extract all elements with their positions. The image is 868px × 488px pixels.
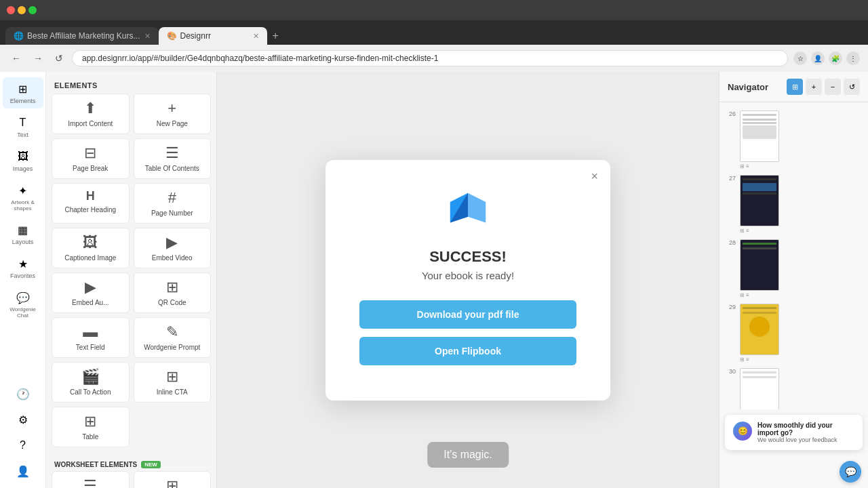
element-page-break[interactable]: ⊟ Page Break — [52, 138, 130, 179]
sidebar-item-user[interactable]: 👤 — [3, 460, 43, 483]
table-label: Table — [82, 433, 98, 441]
extension-icon[interactable]: 🧩 — [829, 52, 842, 65]
text-field-icon: ▬ — [83, 323, 98, 341]
favorites-label: Favorites — [10, 272, 35, 279]
wordgenie-icon: 💬 — [16, 290, 31, 305]
page-actions-27: ⊞ ≡ — [740, 228, 779, 234]
chat-button[interactable]: 💬 — [840, 461, 861, 483]
tab-affiliate[interactable]: 🌐 Beste Affiliate Marketing Kurs... ✕ — [5, 27, 159, 45]
import-content-label: Import Content — [68, 120, 113, 128]
back-button[interactable]: ← — [8, 52, 24, 65]
chapter-label: Chapter Heading — [64, 206, 116, 214]
new-tab-button[interactable]: + — [267, 27, 284, 45]
book-icon — [444, 187, 492, 235]
sidebar-item-elements[interactable]: ⊞ Elements — [3, 77, 43, 108]
page-actions-26: ⊞ ≡ — [740, 163, 779, 169]
page-num-30: 30 — [725, 368, 736, 375]
layouts-label: Layouts — [12, 239, 34, 245]
element-new-page[interactable]: + New Page — [134, 94, 212, 134]
main-layout: ⊞ Elements T Text 🖼 Images ✦ Artwork & s… — [0, 72, 868, 488]
modal-close-button[interactable]: × — [591, 169, 598, 184]
zoom-in-button[interactable]: + — [806, 79, 822, 95]
tab-label-designrr: Designrr — [180, 31, 211, 41]
artwork-label: Artwork & shapes — [5, 199, 41, 211]
sidebar-item-layouts[interactable]: ▦ Layouts — [3, 218, 43, 249]
zoom-reset-button[interactable]: ↺ — [844, 79, 860, 95]
element-qr-code[interactable]: ⊞ QR Code — [134, 272, 212, 313]
maximize-window-button[interactable] — [28, 6, 37, 14]
close-tab-affiliate[interactable]: ✕ — [144, 32, 151, 41]
worksheet-elements-grid: ☰ List ⊞ New Table ☰ Items — [52, 471, 211, 488]
notif-avatar: 😊 — [733, 422, 752, 441]
navigator-header: Navigator ⊞ + − ↺ — [719, 72, 868, 102]
page-thumb-28[interactable]: 28 ⊞ ≡ — [725, 237, 863, 301]
sidebar-item-settings[interactable]: ⚙ — [3, 408, 43, 431]
element-table[interactable]: ⊞ Table — [52, 407, 130, 447]
new-page-icon: + — [167, 100, 176, 117]
element-table-of-contents[interactable]: ☰ Table Of Contents — [134, 138, 212, 179]
page-thumb-27[interactable]: 27 ⊞ ≡ — [725, 172, 863, 237]
embed-video-icon: ▶ — [166, 234, 178, 251]
layouts-icon: ▦ — [16, 222, 31, 237]
notif-content: How smoothly did your import go? We woul… — [757, 422, 854, 443]
page-thumb-30[interactable]: 30 ⊞ ≡ — [725, 365, 863, 409]
url-input[interactable] — [72, 50, 788, 66]
close-window-button[interactable] — [7, 6, 15, 14]
page-thumb-29[interactable]: 29 ⊞ ≡ — [725, 301, 863, 365]
close-tab-designrr[interactable]: ✕ — [253, 32, 259, 41]
tab-bar: 🌐 Beste Affiliate Marketing Kurs... ✕ 🎨 … — [0, 20, 868, 45]
sidebar-item-favorites[interactable]: ★ Favorites — [3, 252, 43, 283]
left-sidebar: ⊞ Elements T Text 🖼 Images ✦ Artwork & s… — [0, 72, 217, 488]
element-inline-cta[interactable]: ⊞ Inline CTA — [134, 362, 212, 403]
wordgenie-prompt-icon: ✎ — [166, 323, 178, 341]
panel-title: ELEMENTS — [52, 77, 211, 94]
tab-designrr[interactable]: 🎨 Designrr ✕ — [159, 27, 267, 45]
tab-favicon-affiliate: 🌐 — [14, 31, 23, 41]
sidebar-item-artwork[interactable]: ✦ Artwork & shapes — [3, 179, 43, 216]
notif-subtitle: We would love your feedback — [757, 436, 854, 443]
new-page-label: New Page — [157, 120, 188, 128]
notif-title: How smoothly did your import go? — [757, 422, 854, 436]
refresh-button[interactable]: ↺ — [52, 52, 66, 65]
new-badge: NEW — [141, 461, 161, 468]
qr-code-label: QR Code — [158, 299, 186, 307]
ws-list-icon: ☰ — [83, 477, 97, 488]
element-embed-video[interactable]: ▶ Embed Video — [134, 228, 212, 268]
element-import-content[interactable]: ⬆ Import Content — [52, 94, 130, 134]
sidebar-item-help[interactable]: ? — [3, 434, 43, 457]
elements-label: Elements — [10, 98, 36, 104]
images-label: Images — [13, 165, 33, 172]
profile-icon[interactable]: 👤 — [811, 52, 825, 65]
zoom-fit-button[interactable]: ⊞ — [787, 79, 803, 95]
open-flipbook-button[interactable]: Open Flipbook — [359, 337, 576, 365]
page-number-icon: # — [168, 189, 176, 207]
embed-video-label: Embed Video — [152, 254, 193, 262]
element-text-field[interactable]: ▬ Text Field — [52, 317, 130, 358]
settings-icon: ⚙ — [16, 412, 31, 427]
element-wordgenie-prompt[interactable]: ✎ Wordgenie Prompt — [134, 317, 212, 358]
element-embed-audio[interactable]: ▶ Embed Au... — [52, 272, 130, 313]
download-pdf-button[interactable]: Download your pdf file — [359, 300, 576, 329]
element-page-number[interactable]: # Page Number — [134, 183, 212, 224]
zoom-out-button[interactable]: − — [825, 79, 841, 95]
menu-icon[interactable]: ⋮ — [846, 52, 860, 65]
sidebar-item-images[interactable]: 🖼 Images — [3, 145, 43, 176]
worksheet-table[interactable]: ⊞ New Table — [134, 471, 212, 488]
qr-code-icon: ⊞ — [166, 279, 178, 296]
bookmark-icon[interactable]: ☆ — [793, 52, 807, 65]
navigator-title: Navigator — [728, 82, 768, 92]
thumb-img-28 — [740, 239, 779, 291]
sidebar-item-wordgenie[interactable]: 💬 Wordgenie Chat — [3, 286, 43, 323]
inline-cta-label: Inline CTA — [157, 388, 188, 396]
page-thumb-26[interactable]: 26 ⊞ ≡ — [725, 108, 863, 172]
element-captioned-image[interactable]: 🖼 Captioned Image — [52, 228, 130, 268]
forward-button[interactable]: → — [30, 52, 46, 65]
sidebar-item-text[interactable]: T Text — [3, 111, 43, 142]
worksheet-list[interactable]: ☰ List — [52, 471, 130, 488]
element-chapter-heading[interactable]: H Chapter Heading — [52, 183, 130, 224]
toc-icon: ☰ — [165, 144, 179, 162]
minimize-window-button[interactable] — [18, 6, 26, 14]
element-call-to-action[interactable]: 🎬 Call To Action — [52, 362, 130, 403]
success-subtitle: Your ebook is ready! — [359, 270, 576, 281]
sidebar-item-history[interactable]: 🕐 — [3, 382, 43, 405]
